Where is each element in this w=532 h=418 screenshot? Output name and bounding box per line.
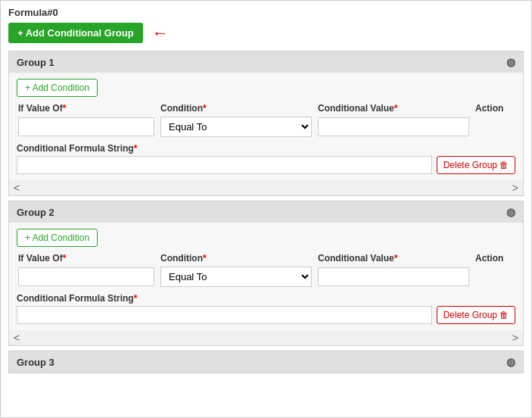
group-1-if-value-of-input[interactable]: plan [18,117,154,136]
col-action-1: Action [475,103,521,114]
group-1-conditional-value-input[interactable]: 1 [318,117,469,136]
group-1-add-condition-button[interactable]: + Add Condition [17,79,98,97]
group-3-header[interactable]: Group 3 ◍ [9,351,523,373]
group-1-formula-string-label: Conditional Formula String* [17,143,515,154]
group-2-add-condition-button[interactable]: + Add Condition [17,229,98,247]
group-2-scroll-right[interactable]: > [512,332,518,344]
group-1-condition-select[interactable]: Equal To Not Equal To Greater Than Less … [160,117,312,137]
group-1-scroll-left[interactable]: < [14,182,20,194]
group-2-if-value-of-input[interactable]: plan [18,267,154,286]
group-1-label: Group 1 [17,57,54,68]
group-3-collapse-icon: ◍ [506,356,515,368]
group-2-scroll-row: < > [9,330,523,345]
trash-icon-2: 🗑 [499,310,509,320]
trash-icon-1: 🗑 [499,160,509,170]
arrow-indicator: ← [152,25,169,42]
col-action-2: Action [475,253,521,264]
group-1-collapse-icon: ◍ [506,56,515,68]
col-conditional-value-1: Conditional Value* [318,103,469,114]
group-1-body: + Add Condition If Value Of* Condition* … [9,73,523,180]
col-conditional-value-2: Conditional Value* [318,253,469,264]
group-2-header[interactable]: Group 2 ◍ [9,201,523,223]
group-2-formula-string-label: Conditional Formula String* [17,293,515,304]
group-2-formula-string-input[interactable]: ( {{product_price}} - downpayment ) + ( … [17,306,432,324]
col-if-value-of-2: If Value Of* [18,253,154,264]
page-wrapper: Formula#0 + Add Conditional Group ← Grou… [1,1,531,379]
group-2-section: Group 2 ◍ + Add Condition If Value Of* C… [8,201,524,346]
group-2-formula-string-input-row: ( {{product_price}} - downpayment ) + ( … [17,306,515,324]
group-1-scroll-row: < > [9,180,523,195]
group-1-delete-button[interactable]: Delete Group 🗑 [437,156,515,174]
group-1-condition-header-row: If Value Of* Condition* Conditional Valu… [17,103,515,114]
add-conditional-group-button[interactable]: + Add Conditional Group [8,23,143,43]
group-2-collapse-icon: ◍ [506,206,515,218]
formula-title: Formula#0 [8,7,524,18]
group-3-section: Group 3 ◍ [8,351,524,373]
group-1-formula-string-input[interactable]: ( {{product_price}} - downpayment ) + ( … [17,156,432,174]
group-1-condition-row: plan Equal To Not Equal To Greater Than … [17,117,515,137]
group-2-condition-header-row: If Value Of* Condition* Conditional Valu… [17,253,515,264]
add-conditional-group-row: + Add Conditional Group ← [8,23,524,43]
group-1-formula-string-row: Conditional Formula String* ( {{product_… [17,143,515,174]
group-2-conditional-value-input[interactable]: 2 [318,267,469,286]
group-2-delete-button[interactable]: Delete Group 🗑 [437,306,515,324]
group-1-header[interactable]: Group 1 ◍ [9,51,523,73]
group-2-label: Group 2 [17,207,54,218]
group-1-scroll-right[interactable]: > [512,182,518,194]
group-2-condition-select[interactable]: Equal To Not Equal To Greater Than Less … [160,267,312,287]
group-2-scroll-left[interactable]: < [14,332,20,344]
col-condition-2: Condition* [160,253,312,264]
group-2-condition-row: plan Equal To Not Equal To Greater Than … [17,267,515,287]
group-3-label: Group 3 [17,357,54,368]
group-1-section: Group 1 ◍ + Add Condition If Value Of* C… [8,51,524,196]
group-1-formula-string-input-row: ( {{product_price}} - downpayment ) + ( … [17,156,515,174]
col-condition-1: Condition* [160,103,312,114]
col-if-value-of-1: If Value Of* [18,103,154,114]
group-2-formula-string-row: Conditional Formula String* ( {{product_… [17,293,515,324]
group-2-body: + Add Condition If Value Of* Condition* … [9,223,523,330]
